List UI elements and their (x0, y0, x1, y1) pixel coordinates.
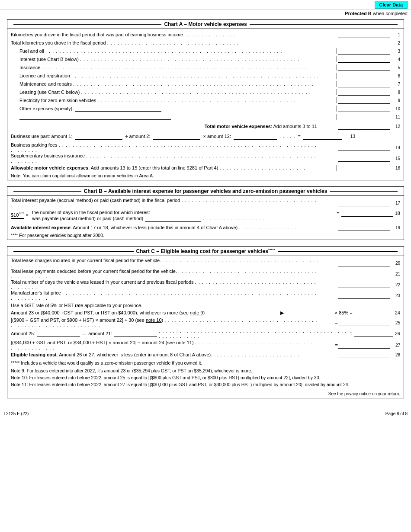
linenum-3: 3 (390, 49, 400, 54)
field-26-a25[interactable] (37, 330, 80, 337)
linenum-18: 18 (395, 211, 400, 216)
linenum-1: 1 (390, 32, 400, 37)
linenum-19: 19 (390, 225, 400, 230)
field-21[interactable] (338, 270, 390, 277)
row-15: Supplementary business insurance . . . .… (11, 153, 400, 163)
note10-link[interactable]: note 10 (146, 317, 162, 323)
field-9[interactable] (338, 97, 390, 104)
row-2: Total kilometres you drove in the fiscal… (11, 39, 400, 47)
business-amount2[interactable] (153, 133, 200, 140)
linenum-27: 27 (390, 343, 400, 348)
title-line-right (250, 24, 398, 25)
chart-b-title: Chart B – Available interest expense for… (7, 187, 404, 196)
field-22[interactable] (338, 281, 390, 288)
field-8[interactable] (338, 89, 390, 96)
field-12[interactable] (338, 123, 390, 130)
business-amount12[interactable] (234, 133, 277, 140)
title-line-right-c (278, 251, 398, 252)
gst-note: Use a GST rate of 5% or HST rate applica… (11, 303, 400, 308)
linenum-17: 17 (390, 201, 400, 205)
note11-link[interactable]: note 11 (176, 340, 192, 345)
field-24[interactable] (354, 309, 393, 316)
field-26[interactable] (354, 330, 393, 337)
chart-a-title: Chart A – Motor vehicle expenses (7, 20, 404, 29)
linenum-25: 25 (390, 320, 400, 325)
row-26: Amount 25: — amount 21: . . . . . . . . … (11, 328, 400, 339)
field-11[interactable] (338, 113, 390, 120)
linenum-13: 13 (345, 134, 355, 139)
chart-b-body: Total interest payable (accrual method) … (7, 196, 404, 240)
linenum-10: 10 (390, 106, 400, 111)
top-bar: Clear Data (0, 0, 411, 10)
business-result[interactable] (303, 133, 342, 140)
chart-c-note11: Note 11: For leases entered into before … (11, 382, 400, 387)
row-14: Business parking fees . . . . . . . . . … (11, 142, 400, 153)
row18-footnote: **** (19, 212, 24, 215)
row-16: Allowable motor vehicle expenses: Add am… (11, 164, 400, 172)
row-28: Eligible leasing cost: Amount 26 or 27, … (11, 351, 400, 359)
row18-amount: $10**** (11, 212, 24, 219)
field-2[interactable] (338, 39, 390, 46)
row11-field[interactable] (19, 114, 171, 120)
linenum-9: 9 (390, 98, 400, 103)
note9-link[interactable]: note 9 (190, 310, 203, 315)
field-18[interactable] (341, 210, 393, 217)
row-10: Other expenses (specify): 10 (11, 105, 400, 112)
chart-c: Chart C – Eligible leasing cost for pass… (7, 246, 404, 398)
row-23: Manufacturer's list price . . . . . . . … (11, 290, 400, 301)
field-1[interactable] (338, 31, 390, 38)
field-24-input[interactable] (286, 309, 333, 316)
linenum-21: 21 (390, 272, 400, 276)
main-content: Chart A – Motor vehicle expenses Kilomet… (0, 18, 411, 409)
clear-data-button[interactable]: Clear Data (375, 1, 408, 9)
row-1: Kilometres you drove in the fiscal perio… (11, 31, 400, 38)
chart-c-footnote-mark: ***** (268, 248, 275, 252)
row-20: Total lease charges incurred in your cur… (11, 258, 400, 268)
field-15[interactable] (338, 155, 390, 162)
business-amount1[interactable] (75, 133, 122, 140)
field-6[interactable] (338, 72, 390, 79)
row-8: Leasing (use Chart C below) . . . . . . … (11, 88, 400, 96)
chart-b: Chart B – Available interest expense for… (7, 186, 404, 240)
title-line-left (13, 24, 161, 25)
field-23[interactable] (338, 292, 390, 299)
field-25[interactable] (338, 319, 390, 326)
field-16[interactable] (338, 164, 390, 171)
field-4[interactable] (338, 56, 390, 63)
field-20[interactable] (338, 260, 390, 266)
linenum-12: 12 (390, 124, 400, 129)
page-number: Page 8 of 8 (385, 411, 408, 416)
field-10[interactable] (338, 105, 390, 112)
row-5: Insurance . . . . . . . . . . . . . . . … (11, 64, 400, 71)
field-17[interactable] (338, 199, 390, 206)
field-27[interactable] (338, 342, 390, 349)
row-7: Maintenance and repairs . . . . . . . . … (11, 80, 400, 88)
field-26-a21[interactable] (114, 330, 157, 337)
field-19[interactable] (338, 224, 390, 231)
row-24: Amount 23 or ($40,000 +GST and PST, or H… (11, 309, 400, 316)
row-21: Total lease payments deducted before you… (11, 269, 400, 279)
row-4: Interest (use Chart B below) . . . . . .… (11, 55, 400, 63)
row-13-container: Business use part: amount 1: ÷ amount 2:… (11, 133, 400, 140)
linenum-7: 7 (390, 82, 400, 87)
row-12: Total motor vehicle expenses: Add amount… (11, 122, 400, 130)
linenum-15: 15 (390, 156, 400, 161)
protected-label: Protected B (345, 11, 372, 16)
linenum-6: 6 (390, 74, 400, 78)
field-3[interactable] (338, 48, 390, 54)
field-7[interactable] (338, 80, 390, 87)
linenum-4: 4 (390, 57, 400, 62)
row-17: Total interest payable (accrual method) … (11, 198, 400, 208)
field-28[interactable] (338, 351, 390, 358)
row-22: Total number of days the vehicle was lea… (11, 279, 400, 290)
chart-a-body: Kilometres you drove in the fiscal perio… (7, 29, 404, 180)
row-11: 11 (11, 113, 400, 121)
linenum-20: 20 (390, 261, 400, 266)
title-line-left-b (13, 191, 81, 192)
other-specify-field[interactable] (75, 106, 161, 112)
row-3: Fuel and oil . . . . . . . . . . . . . .… (11, 47, 400, 55)
field-5[interactable] (338, 64, 390, 71)
field-14[interactable] (338, 144, 390, 151)
linenum-28: 28 (390, 353, 400, 357)
field-18-days[interactable] (145, 215, 201, 222)
